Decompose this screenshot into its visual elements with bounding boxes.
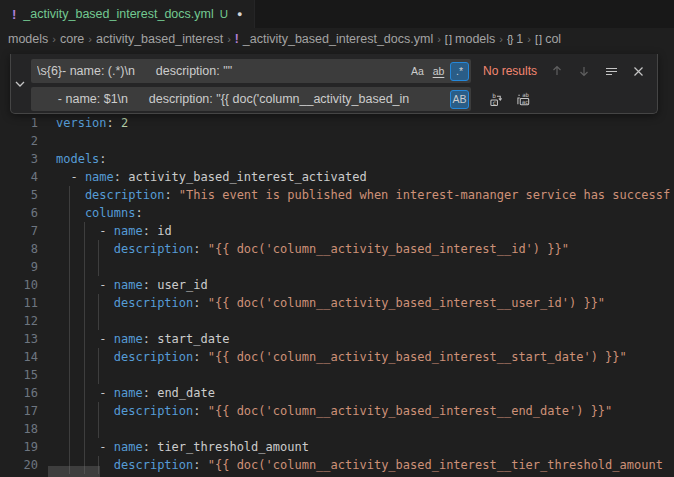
regex-button[interactable]: .* xyxy=(450,62,469,81)
indent-guides xyxy=(56,276,99,294)
code-token: description xyxy=(114,242,193,256)
line-number[interactable]: 12 xyxy=(0,312,38,330)
line-number[interactable]: 19 xyxy=(0,438,38,456)
code-token: - xyxy=(99,440,113,454)
line-number[interactable]: 11 xyxy=(0,294,38,312)
breadcrumb-item-core[interactable]: core xyxy=(60,32,84,46)
code-token: : xyxy=(143,440,157,454)
code-line-7[interactable]: - name: id xyxy=(56,222,674,240)
code-line-8[interactable]: description: "{{ doc('column__activity_b… xyxy=(56,240,674,258)
line-number[interactable]: 6 xyxy=(0,204,38,222)
code-token: name xyxy=(114,386,143,400)
code-token: name xyxy=(114,224,143,238)
code-line-14[interactable]: description: "{{ doc('column__activity_b… xyxy=(56,348,674,366)
code-token: - xyxy=(99,278,113,292)
code-token: : xyxy=(164,188,178,202)
breadcrumb-separator-icon: › xyxy=(227,33,231,45)
breadcrumb-item-models[interactable]: [ ]models xyxy=(445,32,495,46)
replace-text: - name: $1\n description: "{{ doc('colum… xyxy=(37,92,450,106)
code-token: - xyxy=(99,224,113,238)
code-line-10[interactable]: - name: user_id xyxy=(56,276,674,294)
code-line-6[interactable]: columns: xyxy=(56,204,674,222)
find-in-selection-button[interactable] xyxy=(602,62,620,80)
breadcrumb-item-col[interactable]: [ ]col xyxy=(535,32,561,46)
close-icon xyxy=(633,66,644,77)
close-find-widget-button[interactable] xyxy=(629,62,647,80)
code-line-15[interactable] xyxy=(56,366,674,384)
breadcrumb-item-1[interactable]: {}1 xyxy=(507,32,523,46)
code-line-2[interactable] xyxy=(56,132,674,150)
code-line-19[interactable]: - name: tier_threshold_amount xyxy=(56,438,674,456)
line-number[interactable]: 9 xyxy=(0,258,38,276)
line-number[interactable]: 20 xyxy=(0,456,38,474)
code-line-13[interactable]: - name: start_date xyxy=(56,330,674,348)
indent-guides xyxy=(56,222,99,240)
code-token: : xyxy=(107,116,121,130)
code-token: name xyxy=(114,332,143,346)
code-token: end_date xyxy=(157,386,215,400)
code-line-9[interactable] xyxy=(56,258,674,276)
code-line-20[interactable]: description: "{{ doc('column__activity_b… xyxy=(56,456,674,474)
indent-guides xyxy=(56,420,114,438)
code-token: name xyxy=(85,170,114,184)
breadcrumb-label: models xyxy=(455,32,495,46)
code-line-1[interactable]: version: 2 xyxy=(56,114,674,132)
line-number[interactable]: 4 xyxy=(0,168,38,186)
indent-guides xyxy=(56,294,114,312)
line-number[interactable]: 2 xyxy=(0,132,38,150)
line-number[interactable]: 3 xyxy=(0,150,38,168)
code-line-11[interactable]: description: "{{ doc('column__activity_b… xyxy=(56,294,674,312)
yaml-file-icon: ! xyxy=(235,32,239,46)
modified-dot-icon[interactable]: ● xyxy=(237,9,242,19)
find-in-selection-icon xyxy=(605,66,618,77)
line-number[interactable]: 16 xyxy=(0,384,38,402)
line-number[interactable]: 14 xyxy=(0,348,38,366)
code-line-3[interactable]: models: xyxy=(56,150,674,168)
code-token: name xyxy=(114,278,143,292)
code-line-16[interactable]: - name: end_date xyxy=(56,384,674,402)
match-case-button[interactable]: Aa xyxy=(408,62,427,81)
replace-button[interactable]: b c xyxy=(487,90,505,108)
code-line-17[interactable]: description: "{{ doc('column__activity_b… xyxy=(56,402,674,420)
line-number[interactable]: 10 xyxy=(0,276,38,294)
breadcrumb-item-activity_based_interest[interactable]: activity_based_interest xyxy=(96,32,223,46)
line-number[interactable]: 18 xyxy=(0,420,38,438)
code-line-12[interactable] xyxy=(56,312,674,330)
line-number[interactable]: 15 xyxy=(0,366,38,384)
line-number[interactable]: 7 xyxy=(0,222,38,240)
find-input[interactable]: \s{6}- name: (.*)\n description: "" Aa a… xyxy=(31,59,471,83)
tab-bar: ! _activity_based_interest_docs.yml U ● xyxy=(0,0,674,28)
replace-input[interactable]: - name: $1\n description: "{{ doc('colum… xyxy=(31,87,471,111)
breadcrumb-separator-icon: › xyxy=(88,33,92,45)
replace-all-button[interactable]: ab ac xyxy=(515,90,533,108)
horizontal-scrollbar-thumb[interactable] xyxy=(48,466,100,477)
line-number[interactable]: 5 xyxy=(0,186,38,204)
code-editor[interactable]: 1234567891011121314151617181920 version:… xyxy=(0,50,674,477)
line-number[interactable]: 8 xyxy=(0,240,38,258)
code-token: description xyxy=(114,458,193,472)
code-token: : xyxy=(143,386,157,400)
line-number[interactable]: 13 xyxy=(0,330,38,348)
breadcrumb-item-_activity_based_interest_docs.yml[interactable]: !_activity_based_interest_docs.yml xyxy=(235,32,433,46)
code-line-4[interactable]: - name: activity_based_interest_activate… xyxy=(56,168,674,186)
toggle-replace-button[interactable] xyxy=(11,54,29,113)
code-token: version xyxy=(56,116,107,130)
breadcrumb-item-models[interactable]: models xyxy=(8,32,48,46)
editor-tab[interactable]: ! _activity_based_interest_docs.yml U ● xyxy=(0,0,255,28)
preserve-case-button[interactable]: AB xyxy=(450,90,469,109)
previous-match-button[interactable] xyxy=(548,62,566,80)
code-token: : xyxy=(143,332,157,346)
code-token: : xyxy=(143,278,157,292)
line-number[interactable]: 1 xyxy=(0,114,38,132)
indent-guides xyxy=(56,312,114,330)
line-number[interactable]: 17 xyxy=(0,402,38,420)
code-token: models xyxy=(56,152,99,166)
code-token: name xyxy=(114,440,143,454)
code-lines: version: 2models:- name: activity_based_… xyxy=(56,114,674,474)
whole-word-button[interactable]: ab xyxy=(429,62,448,81)
indent-guides xyxy=(56,438,99,456)
code-line-18[interactable] xyxy=(56,420,674,438)
indent-guides xyxy=(56,366,114,384)
next-match-button[interactable] xyxy=(575,62,593,80)
code-line-5[interactable]: description: "This event is published wh… xyxy=(56,186,674,204)
